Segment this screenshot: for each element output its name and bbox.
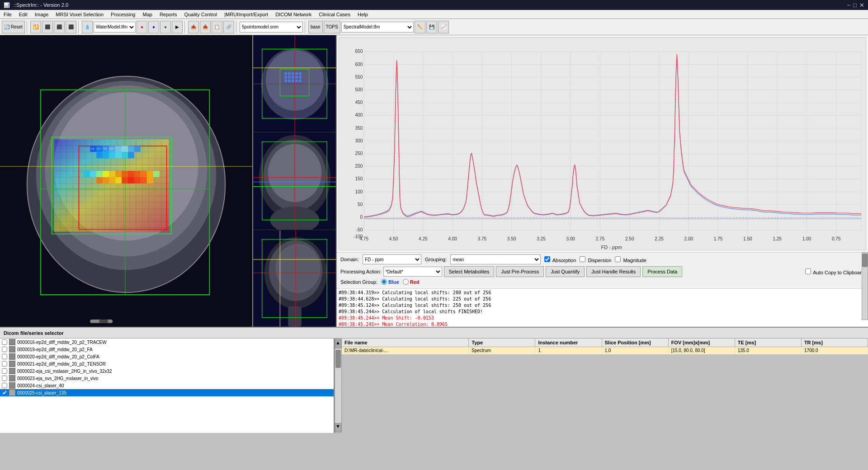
menu-processing[interactable]: Processing (107, 11, 139, 18)
svg-text:1.00: 1.00 (802, 236, 811, 241)
just-pre-process-button[interactable]: Just Pre-Process (496, 266, 544, 277)
toolbar-btn8[interactable]: 🔗 (223, 21, 234, 33)
menu-image[interactable]: Image (31, 11, 52, 18)
reset-button[interactable]: 🔄 Reset (2, 21, 25, 33)
cell-slice: 1.0 (602, 347, 669, 354)
file-list-scrollbar[interactable]: ▲ ▼ (335, 338, 342, 433)
five-points-model-dropdown[interactable]: 5pointsmodel.snm (240, 22, 303, 33)
menu-file[interactable]: File (0, 11, 15, 18)
cell-fov: [15.0, 80.0, 80.0] (669, 347, 735, 354)
log-scrollbar[interactable] (862, 252, 868, 320)
domain-dropdown[interactable]: FD - ppm (363, 254, 421, 264)
process-data-button[interactable]: Process Data (642, 266, 682, 277)
grouping-dropdown[interactable]: mean (450, 254, 541, 264)
toolbar-btn5[interactable]: 📤 (188, 21, 199, 33)
toolbar-dot-red[interactable]: ● (137, 21, 147, 33)
blue-radio[interactable] (381, 279, 387, 285)
dispersion-checkbox[interactable] (580, 256, 585, 262)
file-item-5[interactable]: 0000023-eja_svs_2HG_mslaser_in_vivo (0, 375, 334, 382)
app-title: ::SpectrIm:: - Version 2.0 (14, 2, 68, 8)
toolbar-edit[interactable]: ✏️ (415, 21, 425, 33)
water-icon[interactable]: 💧 (82, 21, 93, 33)
scrollbar-arrow-up[interactable]: ▲ (335, 339, 341, 348)
processing-action-dropdown[interactable]: *Default* (383, 267, 442, 277)
dicom-header: Dicom file/series selector (0, 328, 868, 338)
red-radio[interactable] (403, 279, 409, 285)
toolbar-btn3[interactable]: ⬛ (54, 21, 65, 33)
menu-help[interactable]: Help (354, 11, 372, 18)
maximize-button[interactable]: □ (853, 2, 857, 9)
spectral-model-dropdown[interactable]: SpectralModel.tfm (341, 22, 414, 33)
blue-radio-label[interactable]: Blue (381, 279, 399, 285)
menu-mrsi[interactable]: MRSI Voxel Selection (52, 11, 107, 18)
controls-row2: Processing Action: *Default* Select Meta… (340, 266, 864, 277)
file-checkbox-2[interactable] (2, 354, 7, 359)
file-item-2[interactable]: 0000020-ep2d_diff_mddw_20_p2_ColFA (0, 353, 334, 360)
brain-mini-sagittal[interactable] (253, 230, 336, 327)
toolbar-save[interactable]: 💾 (426, 21, 437, 33)
file-checkbox-3[interactable] (2, 361, 7, 367)
auto-copy-checkbox[interactable] (805, 268, 811, 274)
file-item-6[interactable]: 0000024-csi_slaser_40 (0, 382, 334, 389)
app-icon: 📊 (4, 2, 10, 8)
file-checkbox-5[interactable] (2, 376, 7, 381)
menu-mrui[interactable]: |MRUIImport/Export (221, 11, 272, 18)
menu-clinical[interactable]: Clinical Cases (315, 11, 354, 18)
log-area[interactable]: #09:38:44.319>> Calculating local shifts… (337, 288, 868, 327)
menu-map[interactable]: Map (139, 11, 156, 18)
toolbar-dot-blue[interactable]: ● (148, 21, 159, 33)
file-checkbox-1[interactable] (2, 347, 7, 352)
scrollbar-track[interactable] (335, 349, 341, 423)
svg-rect-63 (141, 171, 147, 177)
svg-text:338: 338 (90, 147, 94, 150)
red-radio-label[interactable]: Red (403, 279, 420, 285)
file-item-7[interactable]: 0000025-csi_slaser_135 (0, 389, 334, 396)
toolbar-btn7[interactable]: 📋 (212, 21, 222, 33)
menu-dicom[interactable]: DICOM Network (272, 11, 315, 18)
just-quantify-button[interactable]: Just Quantify (546, 266, 585, 277)
toolbar-tops[interactable]: TOPS (324, 21, 340, 33)
svg-text:FD - ppm: FD - ppm (601, 244, 622, 250)
toolbar-play[interactable]: ▶ (172, 21, 183, 33)
close-button[interactable]: ✕ (859, 2, 864, 9)
toolbar-chart[interactable]: 📈 (438, 21, 449, 33)
magnitude-checkbox[interactable] (615, 256, 621, 262)
svg-rect-102 (288, 80, 291, 82)
absorption-checkbox[interactable] (544, 256, 550, 262)
menu-quality[interactable]: Quality Control (180, 11, 221, 18)
brain-main-panel[interactable]: 18/27 06/12/2018 · 14 · t1_fl2d_tra_p2 0… (0, 35, 253, 327)
table-row[interactable]: D:\MR-data\clinical-... Spectrum 1 1.0 [… (342, 347, 868, 354)
file-checkbox-7[interactable] (2, 390, 7, 395)
log-scrollbar-thumb[interactable] (862, 254, 868, 267)
toolbar-btn4[interactable]: ⬛ (66, 21, 76, 33)
file-item-4[interactable]: 0000022-eja_csi_mslaser_2HG_in_vivo_32x3… (0, 367, 334, 375)
file-item-1[interactable]: 0000019-ep2d_diff_mddw_20_p2_FA (0, 346, 334, 353)
menu-reports[interactable]: Reports (156, 11, 181, 18)
select-metabolites-button[interactable]: Select Metabolites (444, 266, 495, 277)
minimize-button[interactable]: − (847, 2, 851, 9)
menu-edit[interactable]: Edit (15, 11, 31, 18)
file-item-0[interactable]: 0000016-ep2d_diff_mddw_20_p2_TRACEW (0, 338, 334, 346)
spectrum-chart[interactable]: 650 600 550 500 450 400 350 300 250 200 … (339, 37, 866, 250)
toolbar-base[interactable]: base (308, 21, 323, 33)
file-list[interactable]: 0000016-ep2d_diff_mddw_20_p2_TRACEW 0000… (0, 338, 335, 433)
toolbar-btn6[interactable]: 📥 (200, 21, 211, 33)
table-area: File name Type Instance number Slice Pos… (342, 338, 868, 433)
scrollbar-arrow-down[interactable]: ▼ (335, 423, 341, 432)
water-model-dropdown[interactable]: WaterModel.tfm (94, 22, 136, 33)
toolbar-dot-green[interactable]: ● (160, 21, 171, 33)
brain-mini-axial[interactable] (253, 35, 336, 132)
brain-svg: 338 357 406 538 (0, 35, 252, 327)
brain-mini-coronal[interactable] (253, 132, 336, 230)
file-checkbox-4[interactable] (2, 368, 7, 374)
log-line-4: #09:38:45.244>> Calculation of local shi… (339, 309, 866, 315)
titlebar-controls[interactable]: − □ ✕ (847, 2, 864, 9)
toolbar-btn2[interactable]: ⬛ (42, 21, 53, 33)
just-handle-results-button[interactable]: Just Handle Results (586, 266, 641, 277)
svg-rect-75 (96, 152, 103, 158)
toolbar-btn1[interactable]: 🔁 (30, 21, 41, 33)
file-item-3[interactable]: 0000021-ep2d_diff_mddw_20_p2_TENSOR (0, 360, 334, 367)
scrollbar-thumb[interactable] (335, 350, 341, 368)
file-checkbox-0[interactable] (2, 339, 7, 345)
file-checkbox-6[interactable] (2, 383, 7, 388)
